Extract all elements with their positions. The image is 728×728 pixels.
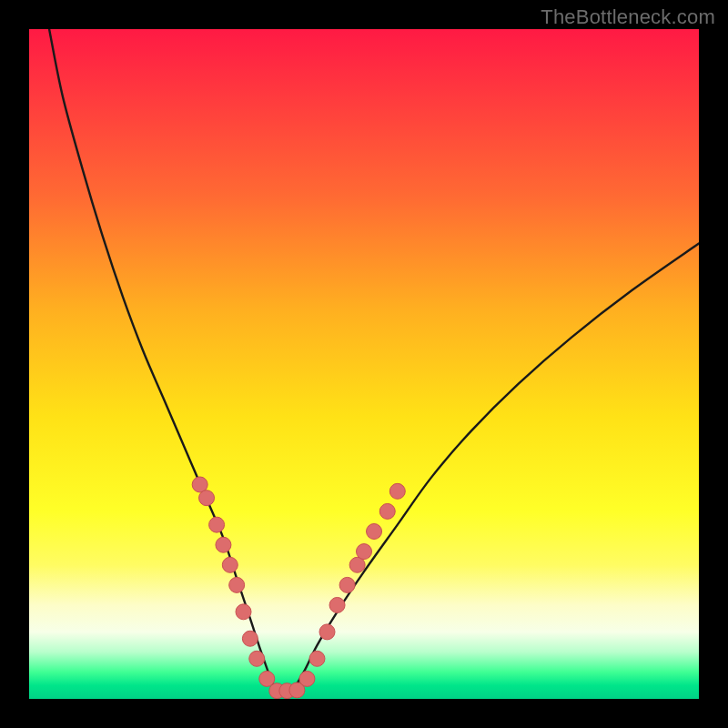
marker-dot — [209, 517, 225, 532]
marker-dot — [229, 577, 245, 592]
marker-dot — [329, 597, 345, 612]
marker-dot — [199, 490, 215, 506]
marker-dot — [357, 544, 372, 560]
outer-frame: TheBottleneck.com — [0, 0, 728, 728]
marker-dot — [242, 631, 258, 646]
marker-dot — [389, 483, 405, 499]
marker-dot — [249, 651, 265, 666]
marker-dot — [309, 651, 325, 666]
marker-dot — [299, 671, 315, 686]
marker-dot — [367, 524, 382, 540]
marker-dot — [216, 537, 231, 552]
chart-svg — [29, 29, 699, 699]
plot-area — [29, 29, 699, 699]
marker-group — [192, 477, 405, 699]
watermark-text: TheBottleneck.com — [541, 5, 715, 29]
marker-dot — [339, 577, 355, 592]
marker-dot — [319, 624, 335, 640]
marker-dot — [236, 604, 251, 620]
marker-dot — [379, 503, 395, 519]
marker-dot — [222, 557, 238, 572]
bottleneck-curve — [49, 29, 699, 695]
